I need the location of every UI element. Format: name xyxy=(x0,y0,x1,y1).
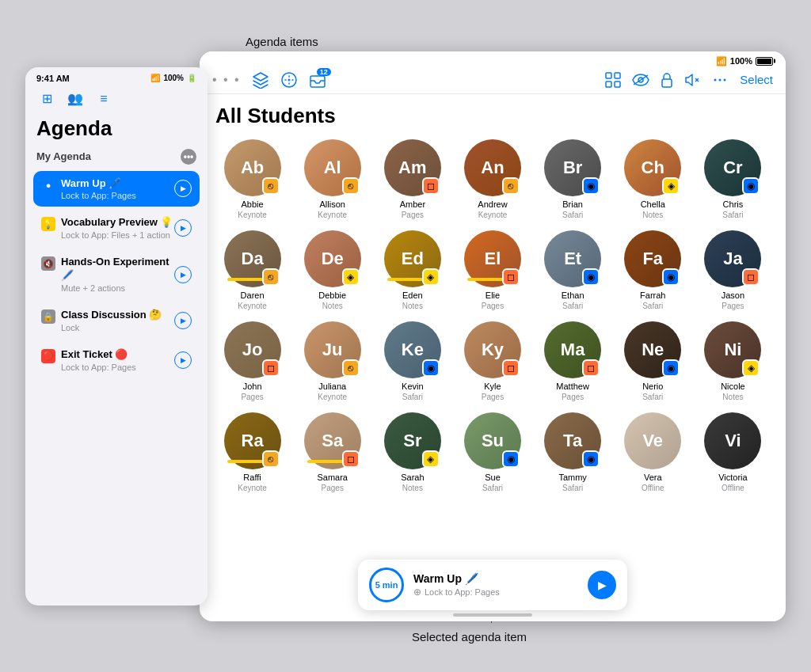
student-cell-samara[interactable]: Sa◻SamaraPages xyxy=(295,412,369,492)
select-button[interactable]: Select xyxy=(740,73,773,86)
app-badge-chris: ◉ xyxy=(742,177,760,195)
student-cell-amber[interactable]: Am◻AmberPages xyxy=(375,139,449,219)
student-app-vera: Offline xyxy=(642,484,664,492)
toolbar-left: • • • xyxy=(212,71,326,89)
student-app-nicole: Notes xyxy=(722,393,743,401)
student-cell-ethan[interactable]: Et◉EthanSafari xyxy=(536,230,610,310)
footer-title: Warm Up 🖊️ xyxy=(413,572,578,585)
sidebar-toggle-icon[interactable]: ⊞ xyxy=(36,91,57,107)
battery-percent: 100% xyxy=(163,74,184,82)
student-cell-sarah[interactable]: Sr◈SarahNotes xyxy=(375,412,449,492)
eye-slash-icon[interactable] xyxy=(632,74,649,86)
inbox-icon[interactable]: 12 xyxy=(309,71,326,89)
student-name-debbie: Debbie xyxy=(318,290,346,300)
student-app-ethan: Safari xyxy=(562,302,583,310)
student-cell-nicole[interactable]: Ni◈NicoleNotes xyxy=(696,321,770,401)
student-cell-daren[interactable]: Da⎋DarenKeynote xyxy=(215,230,289,310)
student-name-kyle: Kyle xyxy=(484,382,501,391)
student-app-raffi: Keynote xyxy=(238,484,267,492)
hands-on-play[interactable]: ▶ xyxy=(174,266,192,283)
student-app-elie: Pages xyxy=(482,302,504,310)
avatar-wrap-matthew: Ma◻ xyxy=(544,321,601,378)
avatar-wrap-tammy: Ta◉ xyxy=(544,412,601,469)
student-cell-victoria[interactable]: ViVictoriaOffline xyxy=(696,412,770,492)
student-cell-tammy[interactable]: Ta◉TammySafari xyxy=(536,412,610,492)
battery-icon xyxy=(756,57,773,66)
right-device: 📶 100% • • • xyxy=(200,51,786,621)
avatar-wrap-samara: Sa◻ xyxy=(304,412,361,469)
people-icon[interactable]: 👥 xyxy=(65,91,86,107)
app-badge-debbie: ◈ xyxy=(342,268,360,286)
student-app-abbie: Keynote xyxy=(238,211,267,219)
hands-on-sub: Mute + 2 actions xyxy=(61,283,174,293)
footer-play-button[interactable]: ▶ xyxy=(588,571,616,599)
student-cell-andrew[interactable]: An⎋AndrewKeynote xyxy=(455,139,529,219)
more-icon[interactable] xyxy=(711,71,729,89)
student-cell-debbie[interactable]: De◈DebbieNotes xyxy=(295,230,369,310)
agenda-item-exit-ticket[interactable]: 🔴 Exit Ticket 🔴 Lock to App: Pages ▶ xyxy=(33,342,200,378)
student-cell-vera[interactable]: VeVeraOffline xyxy=(616,412,690,492)
avatar-vera: Ve xyxy=(624,412,681,469)
compass-icon[interactable] xyxy=(280,71,298,89)
more-options-icon[interactable]: ••• xyxy=(181,149,196,165)
ipad-status-right: 📶 100% xyxy=(716,56,773,66)
warm-up-play[interactable]: ▶ xyxy=(174,180,192,197)
outer-container: Agenda items Selected agenda item 9:41 A… xyxy=(0,0,811,672)
agenda-item-hands-on[interactable]: 🔇 Hands-On Experiment 🖊️ Mute + 2 action… xyxy=(33,249,200,299)
student-cell-eden[interactable]: Ed◈EdenNotes xyxy=(375,230,449,310)
student-app-juliana: Keynote xyxy=(318,393,347,401)
list-icon[interactable]: ≡ xyxy=(93,91,114,107)
avatar-wrap-chella: Ch◈ xyxy=(624,139,681,196)
student-cell-kyle[interactable]: Ky◻KylePages xyxy=(455,321,529,401)
student-cell-chella[interactable]: Ch◈ChellaNotes xyxy=(616,139,690,219)
avatar-wrap-brian: Br◉ xyxy=(544,139,601,196)
agenda-items-annotation: Agenda items xyxy=(246,35,318,48)
student-cell-jason[interactable]: Ja◻JasonPages xyxy=(696,230,770,310)
svg-rect-5 xyxy=(606,82,611,87)
app-badge-daren: ⎋ xyxy=(262,268,280,286)
student-cell-abbie[interactable]: Ab⎋AbbieKeynote xyxy=(215,139,289,219)
mute-icon[interactable] xyxy=(684,72,700,88)
hands-on-icon: 🔇 xyxy=(41,256,55,271)
student-cell-raffi[interactable]: Ra⎋RaffiKeynote xyxy=(215,412,289,492)
student-cell-elie[interactable]: El◻EliePages xyxy=(455,230,529,310)
vocabulary-play[interactable]: ▶ xyxy=(174,219,192,237)
app-badge-brian: ◉ xyxy=(582,177,600,195)
student-cell-sue[interactable]: Su◉SueSafari xyxy=(455,412,529,492)
agenda-item-class-discussion[interactable]: 🔒 Class Discussion 🤔 Lock ▶ xyxy=(33,302,200,339)
app-badge-juliana: ⎋ xyxy=(342,359,360,377)
student-app-chella: Notes xyxy=(642,211,663,219)
svg-point-12 xyxy=(714,78,717,81)
exit-ticket-play[interactable]: ▶ xyxy=(174,351,192,369)
student-name-chris: Chris xyxy=(723,199,744,209)
student-app-matthew: Pages xyxy=(562,393,584,401)
student-app-samara: Pages xyxy=(322,484,344,492)
avatar-wrap-kyle: Ky◻ xyxy=(464,321,521,378)
student-cell-chris[interactable]: Cr◉ChrisSafari xyxy=(696,139,770,219)
student-cell-brian[interactable]: Br◉BrianSafari xyxy=(536,139,610,219)
left-status-icons: 📶 100% 🔋 xyxy=(150,74,196,82)
student-cell-allison[interactable]: Al⎋AllisonKeynote xyxy=(295,139,369,219)
student-cell-matthew[interactable]: Ma◻MatthewPages xyxy=(536,321,610,401)
my-agenda-label: My Agenda xyxy=(36,150,91,162)
student-app-debbie: Notes xyxy=(322,302,343,310)
avatar-wrap-victoria: Vi xyxy=(704,412,761,469)
student-cell-kevin[interactable]: Ke◉KevinSafari xyxy=(375,321,449,401)
battery-fill xyxy=(757,59,771,64)
lock-icon[interactable] xyxy=(661,72,673,88)
student-name-vera: Vera xyxy=(644,473,662,482)
app-badge-farrah: ◉ xyxy=(662,268,680,286)
student-name-john: John xyxy=(243,382,262,391)
vocabulary-title: Vocabulary Preview 💡 xyxy=(61,216,174,230)
student-cell-john[interactable]: Jo◻JohnPages xyxy=(215,321,289,401)
three-dots-menu[interactable]: • • • xyxy=(212,73,241,87)
student-cell-juliana[interactable]: Ju⎋JulianaKeynote xyxy=(295,321,369,401)
student-cell-nerio[interactable]: Ne◉NerioSafari xyxy=(616,321,690,401)
avatar-wrap-jason: Ja◻ xyxy=(704,230,761,287)
layers-icon[interactable] xyxy=(252,71,269,89)
student-cell-farrah[interactable]: Fa◉FarrahSafari xyxy=(616,230,690,310)
class-discussion-play[interactable]: ▶ xyxy=(174,312,192,329)
grid-icon[interactable] xyxy=(605,72,621,88)
agenda-item-warm-up[interactable]: ● Warm Up 🖊️ Lock to App: Pages ▶ xyxy=(33,171,200,207)
agenda-item-vocabulary[interactable]: 💡 Vocabulary Preview 💡 Lock to App: File… xyxy=(33,210,200,246)
